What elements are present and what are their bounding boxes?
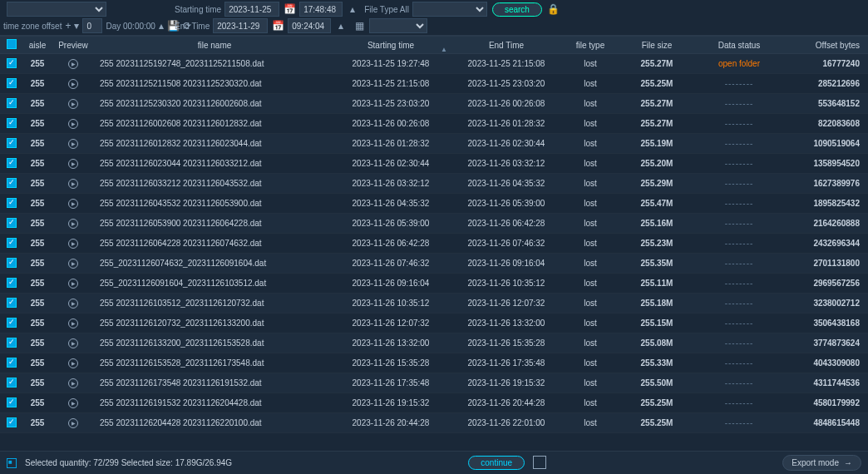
chevron-down-icon[interactable]: ▾: [74, 19, 79, 32]
play-icon[interactable]: ▶: [68, 279, 78, 289]
table-row[interactable]: 255▶255 20231126204428 20231126220100.da…: [0, 413, 868, 433]
table-row[interactable]: 255▶255_20231126074632_20231126091604.da…: [0, 254, 868, 274]
header-starting-time[interactable]: Starting time▲: [329, 41, 452, 50]
header-aisle[interactable]: aisle: [23, 41, 52, 50]
play-icon[interactable]: ▶: [68, 239, 78, 249]
cell-start-time: 2023-11-26 17:35:48: [329, 378, 452, 388]
cell-aisle: 255: [23, 179, 52, 188]
file-type-select[interactable]: [412, 2, 487, 17]
select-summary-checkbox[interactable]: [7, 458, 17, 468]
end-time-label: End Time: [175, 22, 210, 31]
row-checkbox[interactable]: [7, 278, 17, 288]
row-checkbox[interactable]: [7, 178, 17, 188]
table-body[interactable]: 255▶255 20231125192748_20231125211508.da…: [0, 54, 868, 447]
start-time-input[interactable]: [299, 2, 343, 17]
end-time-input[interactable]: [288, 18, 331, 33]
continue-button[interactable]: continue: [468, 456, 525, 470]
header-data-status[interactable]: Data status: [693, 41, 785, 50]
select-all-checkbox[interactable]: [7, 39, 17, 49]
play-icon[interactable]: ▶: [68, 159, 78, 169]
row-checkbox[interactable]: [7, 298, 17, 308]
row-checkbox[interactable]: [7, 198, 17, 208]
cell-file-name: 255 20231125211508 20231125230320.dat: [95, 79, 329, 88]
spinner-icon-3[interactable]: ▴: [334, 19, 348, 32]
play-icon[interactable]: ▶: [68, 219, 78, 229]
cell-file-size: 255.29M: [620, 179, 693, 188]
cell-data-status: --------: [693, 159, 785, 168]
play-icon[interactable]: ▶: [68, 259, 78, 269]
row-checkbox[interactable]: [7, 118, 17, 128]
header-end-time[interactable]: End Time: [452, 41, 560, 50]
table-row[interactable]: 255▶255 20231126023044 20231126033212.da…: [0, 154, 868, 174]
table-row[interactable]: 255▶255 20231126002608 20231126012832.da…: [0, 114, 868, 134]
play-icon[interactable]: ▶: [68, 398, 78, 408]
header-offset-bytes[interactable]: Offset bytes: [785, 41, 868, 50]
lock-icon[interactable]: 🔒: [547, 2, 560, 16]
row-checkbox[interactable]: [7, 378, 17, 388]
row-checkbox[interactable]: [7, 138, 17, 148]
table-row[interactable]: 255▶255 20231126120732_20231126133200.da…: [0, 314, 868, 333]
header-file-name[interactable]: file name: [95, 41, 329, 50]
table-row[interactable]: 255▶255 20231126173548 20231126191532.da…: [0, 373, 868, 393]
extra-select[interactable]: [369, 18, 427, 33]
spinner-icon-2[interactable]: ▴: [159, 19, 164, 32]
play-icon[interactable]: ▶: [68, 378, 78, 388]
play-icon[interactable]: ▶: [68, 338, 78, 348]
row-checkbox[interactable]: [7, 98, 17, 108]
row-checkbox[interactable]: [7, 318, 17, 328]
export-mode-button[interactable]: Export mode →: [782, 455, 861, 471]
header-preview[interactable]: Preview: [52, 41, 95, 50]
row-checkbox[interactable]: [7, 358, 17, 368]
table-row[interactable]: 255▶255 20231126103512_20231126120732.da…: [0, 294, 868, 314]
play-icon[interactable]: ▶: [68, 199, 78, 209]
row-checkbox[interactable]: [7, 158, 17, 168]
table-row[interactable]: 255▶255 20231126053900 20231126064228.da…: [0, 214, 868, 234]
table-row[interactable]: 255▶255 20231125230320 20231126002608.da…: [0, 94, 868, 114]
row-checkbox[interactable]: [7, 397, 17, 407]
row-checkbox[interactable]: [7, 78, 17, 88]
play-icon[interactable]: ▶: [68, 119, 78, 129]
play-icon[interactable]: ▶: [68, 79, 78, 89]
play-icon[interactable]: ▶: [68, 59, 78, 69]
table-row[interactable]: 255▶255 20231126012832 20231126023044.da…: [0, 134, 868, 154]
cell-end-time: 2023-11-26 09:16:04: [452, 259, 560, 268]
calendar-icon[interactable]: 📅: [283, 2, 296, 16]
disk-icon[interactable]: [533, 456, 546, 469]
cell-start-time: 2023-11-26 15:35:28: [329, 358, 452, 368]
plus-icon[interactable]: +: [65, 19, 71, 32]
header-file-size[interactable]: File size: [620, 41, 693, 50]
header-file-type[interactable]: file type: [560, 41, 620, 50]
cell-file-type: lost: [560, 299, 620, 308]
row-checkbox[interactable]: [7, 338, 17, 348]
table-row[interactable]: 255▶255 20231126153528_20231126173548.da…: [0, 353, 868, 373]
play-icon[interactable]: ▶: [68, 99, 78, 109]
play-icon[interactable]: ▶: [68, 179, 78, 189]
row-checkbox[interactable]: [7, 238, 17, 248]
play-icon[interactable]: ▶: [68, 318, 78, 328]
row-checkbox[interactable]: [7, 258, 17, 268]
row-checkbox[interactable]: [7, 417, 17, 427]
search-button[interactable]: search: [492, 2, 542, 17]
play-icon[interactable]: ▶: [68, 139, 78, 149]
table-row[interactable]: 255▶255 20231126064228 20231126074632.da…: [0, 234, 868, 254]
table-row[interactable]: 255▶255 20231126033212 20231126043532.da…: [0, 174, 868, 194]
table-row[interactable]: 255▶255 20231125192748_20231125211508.da…: [0, 54, 868, 74]
start-date-input[interactable]: [224, 2, 279, 17]
grid-icon[interactable]: ▦: [353, 19, 366, 32]
spinner-icon[interactable]: ▴: [346, 2, 359, 16]
table-row[interactable]: 255▶255 20231125211508 20231125230320.da…: [0, 74, 868, 94]
row-checkbox[interactable]: [7, 218, 17, 228]
row-checkbox[interactable]: [7, 58, 17, 68]
play-icon[interactable]: ▶: [68, 299, 78, 309]
table-row[interactable]: 255▶255 20231126191532 20231126204428.da…: [0, 393, 868, 413]
play-icon[interactable]: ▶: [68, 418, 78, 428]
table-row[interactable]: 255▶255_20231126091604_20231126103512.da…: [0, 274, 868, 294]
play-icon[interactable]: ▶: [68, 358, 78, 368]
day-number-input[interactable]: [82, 18, 102, 33]
cell-data-status[interactable]: open folder: [693, 59, 785, 68]
calendar-icon-2[interactable]: 📅: [271, 19, 284, 32]
channel-select[interactable]: [7, 2, 106, 17]
table-row[interactable]: 255▶255 20231126043532 20231126053900.da…: [0, 194, 868, 214]
end-date-input[interactable]: [213, 18, 268, 33]
table-row[interactable]: 255▶255 20231126133200_20231126153528.da…: [0, 333, 868, 353]
